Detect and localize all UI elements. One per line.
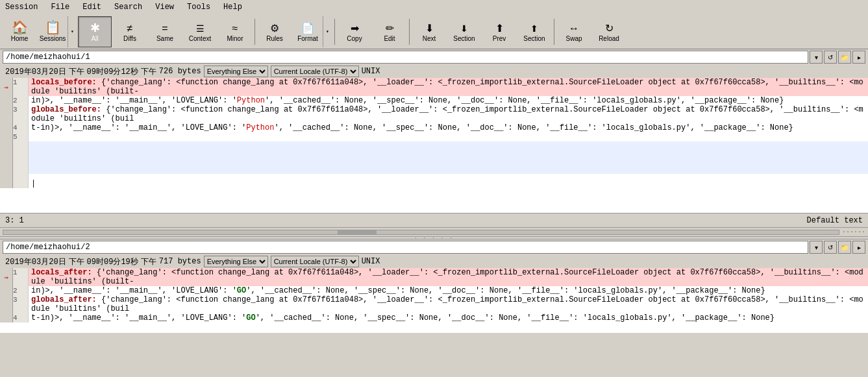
pane2-period2: 下午 — [141, 256, 156, 267]
pane1-line-5: 5 — [0, 132, 868, 141]
context-icon — [196, 21, 205, 34]
pane1-cursor-line: | — [0, 174, 868, 188]
pane2-lines: ⇒ 1 locals_after: {'change_lang': <funct… — [0, 268, 868, 333]
pane2-line3-content[interactable]: globals_after: {'change_lang': <function… — [29, 295, 868, 313]
pane1-scrollbar-thumb[interactable] — [338, 230, 377, 234]
pane2-period: 下午 — [69, 256, 84, 267]
pane1-line5-indicator — [0, 132, 13, 141]
menu-edit[interactable]: Edit — [80, 2, 104, 12]
home-label: Home — [11, 35, 29, 42]
diffs-button[interactable]: Diffs — [113, 16, 147, 47]
sessions-icon — [45, 21, 61, 34]
pane2-line4-content[interactable]: t-in)>, '__name__': '__main__', 'LOVE_LA… — [29, 313, 868, 322]
pane1-encoding-select[interactable]: Everything Else — [204, 66, 268, 77]
pane2-path-input[interactable] — [3, 241, 808, 254]
pane1-back-button[interactable]: ↺ — [824, 51, 837, 64]
next-section-button[interactable]: Section — [447, 16, 481, 47]
next-icon — [425, 21, 434, 34]
pane1-line5-number: 5 — [13, 132, 29, 141]
sessions-button-group[interactable]: Sessions ▾ — [38, 16, 77, 47]
rules-label: Rules — [266, 35, 283, 42]
pane1-blank-section — [0, 141, 868, 174]
copy-button[interactable]: Copy — [338, 16, 371, 47]
context-button[interactable]: Context — [183, 16, 217, 47]
prev-section-icon — [530, 21, 538, 34]
pane1-line3-indicator — [0, 105, 13, 123]
home-button[interactable]: Home — [3, 16, 36, 47]
pane1-scroll-dots: ······ — [842, 228, 865, 236]
pane1-scrollbar-track[interactable] — [3, 230, 839, 235]
menu-session[interactable]: Session — [3, 2, 40, 12]
menu-view[interactable]: View — [153, 2, 177, 12]
pane1-path-input[interactable] — [3, 51, 808, 64]
pane1-line5-content — [29, 132, 868, 141]
pane1-line2-content[interactable]: in)>, '__name__': '__main__', 'LOVE_LANG… — [29, 96, 868, 105]
pane2-line3-indicator — [0, 295, 13, 313]
pane2-encoding-select[interactable]: Everything Else — [204, 256, 268, 267]
pane1-line1-content[interactable]: locals_before: {'change_lang': <function… — [29, 78, 868, 96]
prev-section-label: Section — [523, 35, 545, 42]
minor-button[interactable]: Minor — [218, 16, 252, 47]
format-button-group[interactable]: Format ▾ — [293, 16, 332, 47]
pane2-expand-button[interactable]: ▸ — [852, 241, 865, 254]
pane2-path-bar: ▾ ↺ 📁 ▸ — [0, 239, 868, 255]
pane1-cursor-number — [13, 174, 29, 188]
pane2-line2-content[interactable]: in)>, '__name__': '__main__', 'LOVE_LANG… — [29, 286, 868, 295]
copy-label: Copy — [347, 35, 362, 42]
sessions-button[interactable]: Sessions — [38, 16, 68, 47]
pane1-line-4: 4 t-in)>, '__name__': '__main__', 'LOVE_… — [0, 123, 868, 132]
pane1-line3-content[interactable]: globals_before: {'change_lang': <functio… — [29, 105, 868, 123]
swap-button[interactable]: Swap — [557, 16, 591, 47]
diffs-icon — [127, 21, 133, 34]
context-label: Context — [189, 35, 211, 42]
pane2-back-button[interactable]: ↺ — [824, 241, 837, 254]
all-icon — [90, 21, 100, 34]
menu-file[interactable]: File — [48, 2, 72, 12]
same-button[interactable]: Same — [148, 16, 182, 47]
prev-section-button[interactable]: Section — [517, 16, 551, 47]
pane2-line3-number: 3 — [13, 295, 29, 313]
rules-button[interactable]: Rules — [258, 16, 291, 47]
pane1-size: 726 bytes — [159, 67, 201, 76]
pane1-cursor-indicator — [0, 174, 13, 188]
pane1-line2-number: 2 — [13, 96, 29, 105]
pane1-locale-select[interactable]: Current Locale (UTF-8) — [271, 66, 359, 77]
reload-button[interactable]: Reload — [592, 16, 626, 47]
pane2-locale-select[interactable]: Current Locale (UTF-8) — [271, 256, 359, 267]
pane2-line2-number: 2 — [13, 286, 29, 295]
separator-3 — [409, 19, 410, 45]
pane1-line-1: ⇒ 1 locals_before: {'change_lang': <func… — [0, 78, 868, 96]
pane1-path-dropdown[interactable]: ▾ — [810, 51, 823, 64]
pane1-period2: 下午 — [141, 66, 156, 77]
pane1-line4-content[interactable]: t-in)>, '__name__': '__main__', 'LOVE_LA… — [29, 123, 868, 132]
pane1-cursor-content[interactable]: | — [29, 174, 868, 188]
format-label: Format — [297, 35, 318, 42]
sessions-label: Sessions — [40, 35, 66, 42]
pane2-path-dropdown[interactable]: ▾ — [810, 241, 823, 254]
format-dropdown[interactable]: ▾ — [323, 16, 332, 47]
pane1-folder-button[interactable]: 📁 — [838, 51, 851, 64]
menu-help[interactable]: Help — [221, 2, 245, 12]
pane2-line-2: 2 in)>, '__name__': '__main__', 'LOVE_LA… — [0, 286, 868, 295]
menu-search[interactable]: Search — [112, 2, 145, 12]
swap-icon — [569, 21, 579, 34]
pane2-date: 2019年03月20日 — [5, 256, 66, 267]
prev-button[interactable]: Prev — [482, 16, 516, 47]
menu-tools[interactable]: Tools — [184, 2, 213, 12]
edit-button[interactable]: Edit — [373, 16, 406, 47]
pane2-folder-button[interactable]: 📁 — [838, 241, 851, 254]
pane1-expand-button[interactable]: ▸ — [852, 51, 865, 64]
pane2-line1-content[interactable]: locals_after: {'change_lang': <function … — [29, 268, 868, 286]
next-label: Next — [423, 35, 436, 42]
all-button[interactable]: All — [78, 16, 112, 47]
pane1-line4-indicator — [0, 123, 13, 132]
separator-1 — [254, 19, 255, 45]
prev-icon — [495, 21, 504, 34]
format-button[interactable]: Format — [293, 16, 323, 47]
next-section-icon — [460, 21, 468, 34]
next-button[interactable]: Next — [412, 16, 446, 47]
pane1-line1-indicator: ⇒ — [0, 78, 13, 96]
pane1-status-bar: 3: 1 Default text — [0, 213, 868, 227]
sessions-dropdown[interactable]: ▾ — [68, 16, 77, 47]
pane2-line-3: 3 globals_after: {'change_lang': <functi… — [0, 295, 868, 313]
